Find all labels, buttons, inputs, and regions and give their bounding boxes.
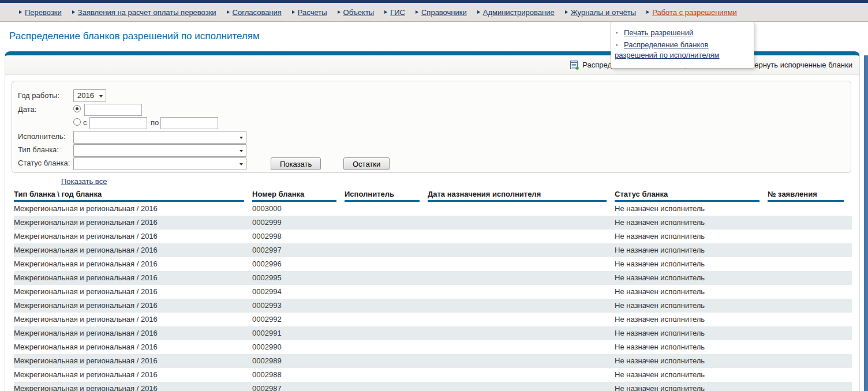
nav-item[interactable]: Заявления на расчет оплаты перевозки — [72, 8, 216, 17]
nav-link[interactable]: Расчеты — [298, 8, 327, 17]
cell-number: 0002987 — [252, 382, 345, 391]
date-range-radio[interactable] — [73, 118, 81, 126]
nav-link[interactable]: Справочники — [421, 8, 467, 17]
table-row[interactable]: Межрегиональная и региональная / 2016 00… — [14, 382, 852, 391]
cell-number: 0002994 — [252, 285, 345, 299]
blanks-table: Тип бланка \ год бланка Номер бланка Исп… — [12, 190, 852, 391]
cell-app-no — [768, 299, 852, 313]
date-input[interactable] — [84, 104, 142, 116]
col-header-status[interactable]: Статус бланка — [615, 190, 760, 202]
cell-executor — [345, 326, 428, 340]
executor-label: Исполнитель: — [18, 130, 65, 143]
dropdown-item[interactable]: Распределение бланков разрешений по испо… — [615, 40, 749, 61]
cell-status: Не назначен исполнитель — [615, 313, 768, 326]
cell-status: Не назначен исполнитель — [615, 340, 768, 354]
single-date-radio[interactable] — [73, 105, 81, 112]
cell-app-no — [768, 271, 852, 285]
cell-executor — [345, 202, 428, 216]
show-button[interactable]: Показать — [271, 157, 321, 170]
chevron-right-icon — [72, 10, 75, 14]
cell-number: 0002989 — [252, 354, 345, 368]
cell-executor — [345, 368, 428, 382]
cell-type-year: Межрегиональная и региональная / 2016 — [14, 326, 252, 340]
table-row[interactable]: Межрегиональная и региональная / 2016 00… — [14, 230, 852, 243]
cell-type-year: Межрегиональная и региональная / 2016 — [14, 299, 252, 313]
cell-assign-date — [428, 216, 615, 230]
nav-item[interactable]: Согласования — [227, 8, 282, 17]
table-row[interactable]: Межрегиональная и региональная / 2016 00… — [14, 299, 852, 313]
table-body: Межрегиональная и региональная / 2016 00… — [14, 202, 852, 391]
nav-link[interactable]: Согласования — [233, 8, 282, 17]
cell-assign-date — [428, 230, 615, 243]
cell-number: 0002990 — [252, 340, 345, 354]
nav-item[interactable]: Администрирование — [477, 8, 555, 17]
table-row[interactable]: Межрегиональная и региональная / 2016 00… — [14, 340, 852, 354]
cell-number: 0002995 — [252, 271, 345, 285]
nav-item[interactable]: Расчеты — [292, 8, 327, 17]
distribute-blanks-icon — [570, 61, 579, 70]
cell-number: 0002988 — [252, 368, 345, 382]
show-all-link[interactable]: Показать все — [61, 177, 107, 186]
nav-link[interactable]: ГИС — [390, 8, 405, 17]
dropdown-link[interactable]: Распределение бланков разрешений по испо… — [615, 40, 720, 59]
cell-number: 0002996 — [252, 257, 345, 271]
col-header-assign-date[interactable]: Дата назначения исполнителя — [428, 190, 607, 202]
table-row[interactable]: Межрегиональная и региональная / 2016 00… — [14, 326, 852, 340]
dropdown-link[interactable]: Печать разрешений — [624, 28, 693, 37]
year-select[interactable]: 2016 — [73, 89, 106, 102]
date-from-input[interactable] — [89, 117, 147, 129]
col-header-type-year[interactable]: Тип бланка \ год бланка — [14, 190, 244, 202]
cell-executor — [345, 313, 428, 326]
content-panel: Распределить бланкиОткрепить бланкиВерну… — [5, 51, 860, 391]
cell-assign-date — [428, 326, 615, 340]
nav-link[interactable]: Администрирование — [483, 8, 555, 17]
chevron-right-icon — [227, 10, 230, 14]
nav-item[interactable]: Справочники — [416, 8, 467, 17]
nav-item[interactable]: Объекты — [338, 8, 375, 17]
nav-link[interactable]: Заявления на расчет оплаты перевозки — [78, 8, 216, 17]
table-row[interactable]: Межрегиональная и региональная / 2016 00… — [14, 257, 852, 271]
cell-type-year: Межрегиональная и региональная / 2016 — [14, 243, 252, 257]
nav-link[interactable]: Объекты — [343, 8, 375, 17]
nav-link[interactable]: Работа с разрешениями — [652, 8, 737, 17]
table-header: Тип бланка \ год бланка Номер бланка Исп… — [14, 190, 852, 202]
cell-status: Не назначен исполнитель — [615, 382, 768, 391]
table-row[interactable]: Межрегиональная и региональная / 2016 00… — [14, 216, 852, 230]
cell-type-year: Межрегиональная и региональная / 2016 — [14, 340, 252, 354]
dropdown-item[interactable]: Печать разрешений — [615, 28, 749, 38]
cell-number: 0002997 — [252, 243, 345, 257]
nav-item[interactable]: Перевозки — [19, 8, 62, 17]
blank-type-select[interactable] — [73, 144, 246, 157]
executor-select[interactable] — [73, 131, 246, 144]
table-row[interactable]: Межрегиональная и региональная / 2016 00… — [14, 271, 852, 285]
nav-link[interactable]: Перевозки — [25, 8, 62, 17]
remainders-button[interactable]: Остатки — [343, 157, 390, 170]
nav-link[interactable]: Журналы и отчёты — [571, 8, 636, 17]
blank-status-select[interactable] — [73, 157, 246, 170]
col-header-executor[interactable]: Исполнитель — [345, 190, 420, 202]
cell-app-no — [768, 368, 852, 382]
cell-executor — [345, 299, 428, 313]
cell-app-no — [768, 285, 852, 299]
table-row[interactable]: Межрегиональная и региональная / 2016 00… — [14, 202, 852, 216]
nav-item[interactable]: Работа с разрешениями — [646, 8, 737, 17]
col-header-number[interactable]: Номер бланка — [252, 190, 336, 202]
nav-dropdown: Печать разрешений Распределение бланков … — [611, 21, 754, 69]
cell-number: 0002993 — [252, 299, 345, 313]
table-row[interactable]: Межрегиональная и региональная / 2016 00… — [14, 368, 852, 382]
date-to-input[interactable] — [160, 117, 218, 129]
col-header-app-no[interactable]: № заявления — [768, 190, 844, 202]
nav-item[interactable]: Журналы и отчёты — [565, 8, 636, 17]
table-row[interactable]: Межрегиональная и региональная / 2016 00… — [14, 285, 852, 299]
cell-assign-date — [428, 313, 615, 326]
table-row[interactable]: Межрегиональная и региональная / 2016 00… — [14, 243, 852, 257]
nav-item[interactable]: ГИС — [384, 8, 405, 17]
cell-status: Не назначен исполнитель — [615, 299, 768, 313]
table-row[interactable]: Межрегиональная и региональная / 2016 00… — [14, 354, 852, 368]
cell-assign-date — [428, 202, 615, 216]
table-row[interactable]: Межрегиональная и региональная / 2016 00… — [14, 313, 852, 326]
cell-status: Не назначен исполнитель — [615, 202, 768, 216]
cell-type-year: Межрегиональная и региональная / 2016 — [14, 257, 252, 271]
cell-app-no — [768, 243, 852, 257]
cell-executor — [345, 243, 428, 257]
